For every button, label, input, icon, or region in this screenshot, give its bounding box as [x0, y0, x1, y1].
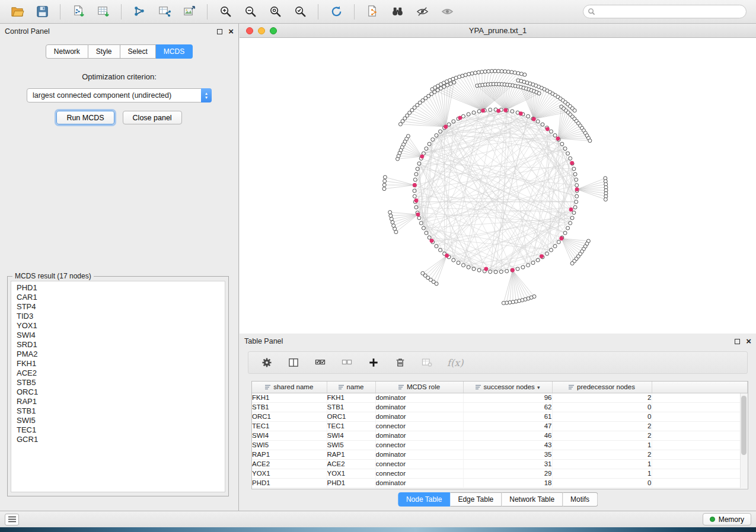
- mcds-result-item[interactable]: FKH1: [17, 359, 225, 368]
- mcds-result-item[interactable]: GCR1: [17, 435, 225, 444]
- clear-table-button-disabled: [420, 356, 433, 369]
- maximize-window-button[interactable]: [270, 27, 277, 34]
- table-row[interactable]: SWI4SWI4dominator462: [252, 431, 748, 440]
- tab-mcds[interactable]: MCDS: [156, 44, 193, 59]
- mcds-result-item[interactable]: STP4: [17, 302, 225, 312]
- column-header-predecessor-nodes[interactable]: predecessor nodes: [552, 382, 652, 393]
- table-row[interactable]: TEC1TEC1connector472: [252, 421, 748, 431]
- tab-edge-table[interactable]: Edge Table: [450, 492, 502, 507]
- add-column-button[interactable]: [367, 356, 380, 369]
- new-network-button[interactable]: [129, 2, 150, 21]
- search-box[interactable]: [583, 5, 747, 18]
- table-cell: dominator: [375, 431, 463, 440]
- table-cell-filler: [652, 450, 748, 459]
- desktop-background: [0, 527, 756, 532]
- close-panel-button[interactable]: Close panel: [123, 111, 182, 124]
- table-cell: YOX1: [327, 469, 375, 478]
- table-cell: 2: [552, 450, 652, 459]
- import-table-button[interactable]: [92, 2, 114, 21]
- memory-button[interactable]: Memory: [703, 513, 751, 525]
- zoom-in-button[interactable]: [215, 2, 236, 21]
- column-header-mcds-role[interactable]: MCDS role: [375, 382, 463, 393]
- toolbar-separator: [354, 4, 355, 20]
- table-delete-icon: [421, 357, 433, 368]
- mcds-result-item[interactable]: TEC1: [17, 425, 225, 435]
- import-table-icon: [97, 5, 110, 18]
- mcds-result-item[interactable]: ORC1: [17, 387, 225, 397]
- run-mcds-button[interactable]: Run MCDS: [56, 111, 114, 124]
- eye-slash-icon: [416, 5, 429, 18]
- table-row[interactable]: RAP1RAP1dominator352: [252, 450, 748, 459]
- table-row[interactable]: SWI5SWI5connector431: [252, 440, 748, 450]
- open-session-button[interactable]: [7, 2, 28, 21]
- export-image-button[interactable]: [178, 2, 200, 21]
- tab-network-table[interactable]: Network Table: [502, 492, 563, 507]
- column-icon: [569, 384, 574, 391]
- close-panel-icon[interactable]: ×: [228, 28, 234, 34]
- mcds-result-item[interactable]: STB5: [17, 378, 225, 387]
- show-details-button[interactable]: [436, 2, 458, 21]
- table-cell: 1: [552, 469, 652, 478]
- table-row[interactable]: STB1STB1dominator620: [252, 402, 748, 412]
- delete-column-button[interactable]: [394, 356, 407, 369]
- binoculars-icon: [391, 5, 404, 18]
- zoom-out-button[interactable]: [240, 2, 261, 21]
- column-header-name[interactable]: name: [327, 382, 375, 393]
- mcds-result-item[interactable]: ACE2: [17, 368, 225, 378]
- show-columns-button[interactable]: [287, 356, 300, 369]
- table-row[interactable]: ORC1ORC1dominator610: [252, 412, 748, 421]
- table-panel-header: Table Panel ×: [240, 334, 756, 349]
- select-all-rows-button[interactable]: [314, 356, 327, 369]
- mcds-result-item[interactable]: RAP1: [17, 397, 225, 406]
- tab-motifs[interactable]: Motifs: [563, 492, 598, 507]
- search-network-button[interactable]: [387, 2, 408, 21]
- mcds-result-item[interactable]: SWI5: [17, 416, 225, 425]
- import-network-button[interactable]: [68, 2, 89, 21]
- close-panel-icon[interactable]: ×: [746, 338, 751, 344]
- network-from-table-button[interactable]: [154, 2, 175, 21]
- mcds-result-item[interactable]: SWI4: [17, 331, 225, 340]
- zoom-selected-button[interactable]: [289, 2, 311, 21]
- mcds-result-item[interactable]: TID3: [17, 312, 225, 321]
- hide-details-button[interactable]: [412, 2, 433, 21]
- mcds-result-item[interactable]: SRD1: [17, 340, 225, 350]
- table-row[interactable]: ACE2ACE2connector311: [252, 459, 748, 469]
- tab-style[interactable]: Style: [88, 44, 120, 59]
- column-icon: [339, 384, 344, 391]
- table-row[interactable]: YOX1YOX1connector291: [252, 469, 748, 478]
- search-input[interactable]: [598, 8, 746, 16]
- copy-network-button[interactable]: [362, 2, 383, 21]
- mcds-result-item[interactable]: PHD1: [17, 283, 225, 293]
- table-row[interactable]: FKH1FKH1dominator962: [252, 393, 748, 402]
- optimization-criterion-label: Optimization criterion:: [0, 72, 238, 81]
- table-scrollbar[interactable]: [740, 393, 747, 488]
- tab-node-table[interactable]: Node Table: [398, 492, 451, 507]
- toolbar-separator: [121, 4, 122, 20]
- zoom-fit-button[interactable]: [264, 2, 286, 21]
- table-settings-button[interactable]: [260, 356, 273, 369]
- network-graph[interactable]: [240, 38, 756, 334]
- mcds-result-item[interactable]: STB1: [17, 406, 225, 416]
- apply-layout-button[interactable]: [326, 2, 347, 21]
- minimize-window-button[interactable]: [258, 27, 265, 34]
- table-cell: 2: [552, 421, 652, 431]
- network-canvas[interactable]: [240, 38, 756, 334]
- column-header-shared-name[interactable]: shared name: [252, 382, 327, 393]
- mcds-result-title: MCDS result (17 nodes): [12, 272, 94, 280]
- table-cell: PHD1: [252, 478, 327, 488]
- float-panel-icon[interactable]: [735, 339, 740, 344]
- table-row[interactable]: PHD1PHD1dominator180: [252, 478, 748, 488]
- close-window-button[interactable]: [246, 27, 253, 34]
- save-session-button[interactable]: [31, 2, 53, 21]
- table-scrollbar-thumb[interactable]: [741, 396, 747, 455]
- column-header-successor-nodes[interactable]: successor nodes▾: [463, 382, 552, 393]
- tab-network[interactable]: Network: [46, 44, 88, 59]
- float-panel-icon[interactable]: [217, 29, 222, 34]
- criterion-select[interactable]: largest connected component (undirected)…: [27, 88, 212, 102]
- tab-select[interactable]: Select: [120, 44, 156, 59]
- deselect-all-rows-button[interactable]: [340, 356, 353, 369]
- mcds-result-item[interactable]: PMA2: [17, 350, 225, 359]
- mcds-result-item[interactable]: CAR1: [17, 293, 225, 302]
- show-panels-button[interactable]: [5, 514, 19, 525]
- mcds-result-item[interactable]: YOX1: [17, 321, 225, 331]
